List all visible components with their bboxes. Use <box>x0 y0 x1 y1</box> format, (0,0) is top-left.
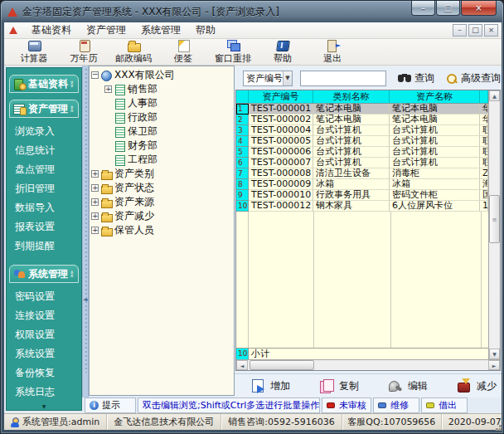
chevron-down-icon[interactable] <box>70 80 75 87</box>
action-button[interactable]: 编辑 <box>387 378 428 393</box>
menu-item[interactable]: 基础资料 <box>24 22 79 38</box>
sidebar-scroll-down-icon[interactable]: ▼ <box>7 402 81 410</box>
table-row[interactable]: 1 TEST-000001 笔记本电脑 笔记本电脑 华 <box>236 104 488 115</box>
mdi-close-button[interactable]: × <box>484 24 498 37</box>
sidebar-section-system-mgmt[interactable]: 系统管理 <box>9 265 79 283</box>
toolbar-button[interactable]: 退出 <box>308 39 357 65</box>
horizontal-scroll-thumb[interactable] <box>250 360 314 370</box>
sidebar-item[interactable]: 备份恢复 <box>7 363 81 383</box>
sidebar-item[interactable]: 浏览录入 <box>7 122 81 141</box>
status-legend-item[interactable]: 维修 <box>373 397 419 413</box>
tree-node[interactable]: 资产来源 <box>91 195 234 209</box>
tree-node[interactable]: 资产状态 <box>91 181 234 195</box>
sidebar-item[interactable]: 权限设置 <box>7 325 81 344</box>
scroll-up-icon[interactable]: ▲ <box>489 90 500 101</box>
tree-expander-icon[interactable] <box>91 71 99 79</box>
action-button[interactable]: 增加 <box>250 378 290 393</box>
company-segment: 金飞达信息技术有限公司 <box>107 414 221 430</box>
chevron-up-icon[interactable] <box>70 105 75 112</box>
table-row[interactable]: 2 TEST-000002 笔记本电脑 笔记本电脑 华 <box>236 115 488 125</box>
category-cell: 钢木家具 <box>313 201 390 212</box>
sidebar-item[interactable]: 折旧管理 <box>7 179 81 198</box>
category-cell: 台式计算机 <box>313 147 390 158</box>
tree-node[interactable]: 人事部 <box>91 96 234 110</box>
column-header-code[interactable]: 资产编号 <box>249 90 313 103</box>
tree-node[interactable]: 保管人员 <box>91 223 234 237</box>
scroll-left-icon[interactable]: ◄ <box>236 360 248 370</box>
tree-expander-icon[interactable] <box>91 227 99 234</box>
horizontal-scrollbar[interactable]: ◄ ► <box>236 359 500 370</box>
toolbar-button[interactable]: 帮助 <box>258 39 308 65</box>
splitter-collapse-icon[interactable]: ◄ <box>83 296 87 303</box>
asset-code-cell: TEST-000004 <box>249 125 313 136</box>
action-button[interactable]: 复制 <box>318 378 359 393</box>
sidebar-item[interactable]: 连接设置 <box>7 306 81 325</box>
menu-item[interactable]: 帮助 <box>188 22 223 38</box>
sidebar-item[interactable]: 系统日志 <box>7 383 81 402</box>
search-input[interactable] <box>300 71 386 86</box>
sidebar-section-asset-mgmt[interactable]: 资产管理 <box>9 100 79 118</box>
scroll-down-icon[interactable]: ▼ <box>489 349 500 359</box>
table-row[interactable]: 7 TEST-000008 清洁卫生设备 消毒柜 ZTF <box>236 168 488 179</box>
tree-node[interactable]: 财务部 <box>91 139 234 153</box>
tree-node[interactable]: 保卫部 <box>91 124 234 139</box>
resize-grip[interactable] <box>499 428 502 431</box>
table-row[interactable]: 10 TEST-000012 钢木家具 6人位屏风卡位 1 <box>236 201 488 212</box>
scroll-right-icon[interactable]: ► <box>488 360 500 370</box>
toolbar-button[interactable]: 邮政编码 <box>109 39 158 65</box>
tree-node[interactable]: 资产减少 <box>91 209 234 223</box>
tree-expander-icon[interactable] <box>104 85 112 93</box>
tree-expander-icon[interactable] <box>91 198 99 206</box>
status-legend-item[interactable]: 借出 <box>421 397 468 413</box>
vertical-scroll-thumb[interactable]: ≡ <box>489 195 500 243</box>
maximize-button[interactable]: □ <box>436 1 460 16</box>
tree-node[interactable]: 工程部 <box>91 153 234 167</box>
advanced-query-button[interactable]: 高级查询 <box>446 71 501 85</box>
tree-node[interactable]: 行政部 <box>91 110 234 124</box>
table-row[interactable]: 5 TEST-000006 台式计算机 台式计算机 联 <box>236 147 488 158</box>
tree-node[interactable]: 资产类别 <box>91 167 234 181</box>
menu-item[interactable]: 系统管理 <box>133 22 188 38</box>
table-row[interactable]: 3 TEST-000004 台式计算机 台式计算机 联 <box>236 125 488 136</box>
column-header-category[interactable]: 类别名称 <box>313 90 390 103</box>
column-header-name[interactable]: 资产名称 <box>390 90 480 103</box>
close-button[interactable]: × <box>461 1 497 16</box>
mdi-restore-button[interactable]: □ <box>468 24 482 37</box>
sidebar-item[interactable]: 报表设置 <box>7 217 81 237</box>
vertical-scrollbar[interactable]: ▲ ≡ ▼ <box>488 90 500 359</box>
tree-node[interactable]: XXX有限公司 <box>91 68 234 82</box>
action-icon <box>387 378 404 393</box>
tree-expander-icon[interactable] <box>91 212 99 220</box>
tree-node[interactable]: 销售部 <box>91 82 234 96</box>
sidebar-item[interactable]: 盘点管理 <box>7 160 81 179</box>
search-field-select[interactable]: 资产编号 ▼ <box>243 71 293 86</box>
tree-expander-icon[interactable] <box>91 170 99 178</box>
select-dropdown-icon[interactable]: ▼ <box>283 71 292 85</box>
minimize-button[interactable]: – <box>411 1 435 16</box>
table-row[interactable]: 4 TEST-000005 台式计算机 台式计算机 联 <box>236 136 488 147</box>
sidebar-splitter[interactable]: ◄ <box>82 66 89 397</box>
table-row[interactable]: 9 TEST-000010 行政事务用具 密码文件柜 国 <box>236 190 488 201</box>
mdi-minimize-button[interactable]: – <box>453 24 467 37</box>
sidebar-item[interactable]: 到期提醒 <box>7 237 81 256</box>
sidebar-item[interactable]: 信息统计 <box>7 141 81 160</box>
menu-item[interactable]: 资产管理 <box>79 22 133 38</box>
toolbar-button[interactable]: 计算器 <box>9 39 59 65</box>
category-cell: 台式计算机 <box>313 125 390 136</box>
status-legend-item[interactable]: 未审核 <box>322 397 371 413</box>
action-button[interactable]: 减少 <box>456 378 497 393</box>
table-row[interactable]: 8 TEST-000009 冰箱 冰箱 海 <box>236 179 488 190</box>
sidebar-item[interactable]: 密码设置 <box>7 287 81 306</box>
column-header-extra[interactable] <box>480 90 488 103</box>
chevron-up-icon[interactable] <box>70 271 75 277</box>
sidebar-item[interactable]: 数据导入 <box>7 198 81 217</box>
status-color-icon <box>327 402 335 408</box>
toolbar-button[interactable]: 万年历 <box>59 39 109 65</box>
sidebar-section-basic-data[interactable]: 基础资料 <box>9 75 79 93</box>
toolbar-button[interactable]: 窗口重排 <box>208 39 258 65</box>
sidebar-item[interactable]: 系统设置 <box>7 344 81 363</box>
toolbar-button[interactable]: 便签 <box>158 39 208 65</box>
query-button[interactable]: 查询 <box>398 71 434 85</box>
table-row[interactable]: 6 TEST-000007 台式计算机 台式计算机 联 <box>236 158 488 168</box>
tree-expander-icon[interactable] <box>91 184 99 192</box>
